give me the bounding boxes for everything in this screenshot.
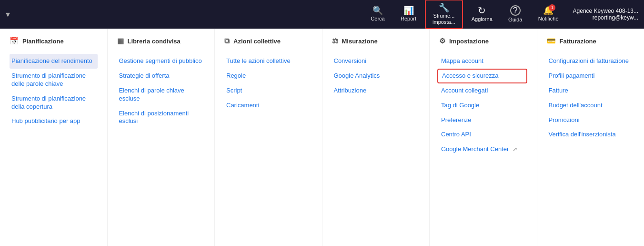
menu-item-pref[interactable]: Preferenze (439, 113, 527, 128)
col-impostazione: ⚙ Impostazione Mappa account Accesso e s… (430, 29, 537, 246)
gmc-label: Google Merchant Center (441, 145, 509, 154)
report-button[interactable]: 📊 Report (394, 3, 423, 25)
chevron-icon[interactable]: ▾ (6, 9, 10, 20)
menu-item-mappa[interactable]: Mappa account (439, 54, 527, 69)
strumenti-icon: 🔧 (439, 3, 449, 12)
strumenti-button[interactable]: 🔧 Strume...imposta... (425, 0, 463, 29)
col-fatturazione-title: Fatturazione (560, 38, 596, 45)
guida-button[interactable]: ? Guida (501, 2, 530, 26)
col-impostazione-title: Impostazione (449, 38, 489, 45)
col-azioni-title: Azioni collettive (233, 38, 281, 45)
topbar-left: ▾ (6, 9, 10, 20)
misurazione-icon: ⚖ (332, 37, 338, 45)
aggiorna-label: Aggiorna (472, 16, 493, 22)
col-libreria-header: ▦ Libreria condivisa (117, 37, 205, 47)
menu-item-scr[interactable]: Script (224, 83, 312, 98)
col-pianificazione-header: 📅 Pianificazione (10, 37, 98, 47)
notification-count: 1 (549, 4, 555, 11)
external-link-icon: ↗ (513, 146, 517, 154)
guida-icon: ? (510, 5, 521, 16)
report-label: Report (401, 16, 416, 22)
menu-item-fat[interactable]: Fatture (547, 83, 635, 98)
menu-item-hub[interactable]: Hub pubblicitario per app (10, 114, 98, 129)
libreria-icon: ▦ (117, 37, 124, 45)
menu-item-gsp[interactable]: Gestione segmenti di pubblico (117, 54, 205, 69)
col-impostazione-header: ⚙ Impostazione (439, 37, 527, 47)
aggiorna-button[interactable]: ↻ Aggiorna (465, 3, 499, 25)
menu-item-so[interactable]: Strategie di offerta (117, 69, 205, 83)
menu-container: 📅 Pianificazione Pianificazione del rend… (0, 29, 644, 246)
strumenti-label: Strume...imposta... (433, 13, 455, 25)
menu-item-acc-col[interactable]: Account collegati (439, 83, 527, 98)
col-misurazione-title: Misurazione (342, 38, 378, 45)
fatturazione-icon: 💳 (547, 37, 556, 45)
menu-item-attr[interactable]: Attribuzione (332, 83, 420, 98)
col-libreria-title: Libreria condivisa (128, 38, 181, 45)
notifiche-button[interactable]: 🔔 1 Notifiche (532, 3, 565, 25)
topbar: ▾ 🔍 Cerca 📊 Report 🔧 Strume...imposta...… (0, 0, 644, 29)
col-misurazione-header: ⚖ Misurazione (332, 37, 420, 47)
menu-item-prom[interactable]: Promozioni (547, 113, 635, 128)
menu-item-pdr[interactable]: Pianificazione del rendimento (10, 54, 98, 69)
col-misurazione: ⚖ Misurazione Conversioni Google Analyti… (322, 29, 430, 246)
col-fatturazione: 💳 Fatturazione Configurazioni di fattura… (537, 29, 644, 246)
notifiche-label: Notifiche (538, 16, 559, 22)
menu-item-tac[interactable]: Tutte le azioni collettive (224, 54, 312, 69)
col-pianificazione-title: Pianificazione (22, 38, 64, 45)
menu-item-pp[interactable]: Profili pagamenti (547, 69, 635, 83)
col-fatturazione-header: 💳 Fatturazione (547, 37, 635, 47)
col-pianificazione: 📅 Pianificazione Pianificazione del rend… (0, 29, 108, 246)
menu-item-car[interactable]: Caricamenti (224, 98, 312, 113)
col-azioni: ⧉ Azioni collettive Tutte le azioni coll… (215, 29, 322, 246)
user-email: reporting@keyw... (593, 14, 638, 21)
report-icon: 📊 (403, 6, 414, 15)
topbar-user[interactable]: Agence Keyweo 408-13... reporting@keyw..… (573, 8, 638, 21)
menu-item-accesso[interactable]: Accesso e sicurezza (437, 69, 527, 83)
topbar-actions: 🔍 Cerca 📊 Report 🔧 Strume...imposta... ↻… (363, 0, 565, 29)
user-name: Agence Keyweo 408-13... (573, 8, 638, 14)
impostazione-icon: ⚙ (439, 37, 445, 45)
menu-item-cdf[interactable]: Configurazioni di fatturazione (547, 54, 635, 69)
guida-label: Guida (508, 17, 522, 23)
aggiorna-icon: ↻ (478, 6, 486, 15)
menu-item-sppc[interactable]: Strumento di pianificazione della copert… (10, 92, 98, 114)
menu-item-conv[interactable]: Conversioni (332, 54, 420, 69)
menu-item-sppk[interactable]: Strumento di pianificazione delle parole… (10, 69, 98, 92)
cerca-button[interactable]: 🔍 Cerca (363, 3, 392, 25)
pianificazione-icon: 📅 (10, 37, 19, 45)
menu-item-epe[interactable]: Elenchi di posizionamenti esclusi (117, 106, 205, 129)
cerca-label: Cerca (371, 16, 384, 22)
menu-item-capi[interactable]: Centro API (439, 127, 527, 142)
menu-item-gmc[interactable]: Google Merchant Center ↗ (439, 142, 527, 157)
col-libreria: ▦ Libreria condivisa Gestione segmenti d… (108, 29, 215, 246)
menu-item-vdi[interactable]: Verifica dell'inserzionista (547, 127, 635, 142)
menu-item-ga[interactable]: Google Analytics (332, 69, 420, 83)
menu-item-epke[interactable]: Elenchi di parole chiave escluse (117, 83, 205, 106)
menu-item-bda[interactable]: Budget dell'account (547, 98, 635, 113)
notification-badge-wrapper: 🔔 1 (543, 6, 553, 15)
menu-item-tag[interactable]: Tag di Google (439, 98, 527, 113)
azioni-icon: ⧉ (224, 37, 230, 45)
cerca-icon: 🔍 (372, 6, 383, 15)
menu-item-reg[interactable]: Regole (224, 69, 312, 83)
col-azioni-header: ⧉ Azioni collettive (224, 37, 312, 47)
